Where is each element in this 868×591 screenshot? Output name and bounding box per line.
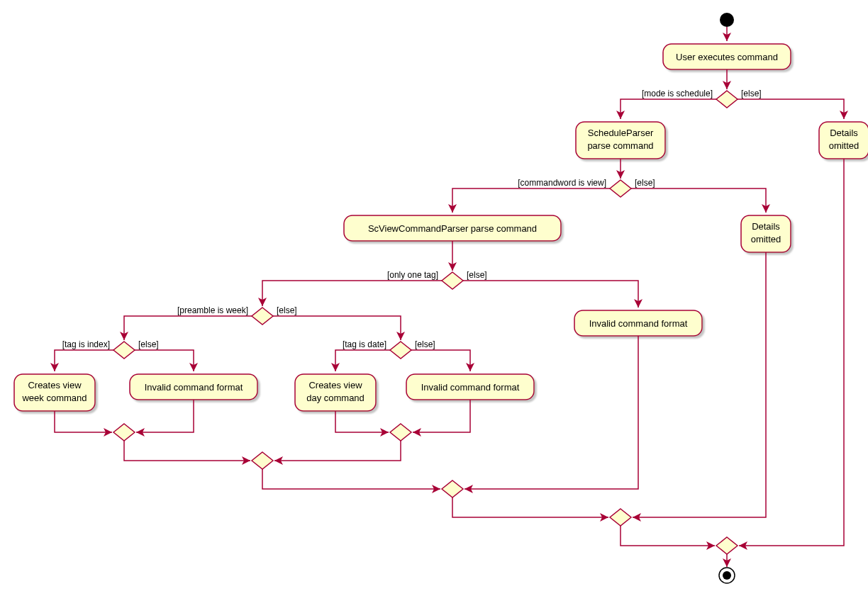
details-omitted-2-label2: omitted [751,234,781,244]
guard-preamble-week: [preamble is week] [177,305,248,315]
guard-tag-index: [tag is index] [62,339,110,349]
creates-day-label1: Creates view [308,380,362,390]
creates-week-label2: week command [21,393,87,403]
merge-mode [716,537,738,554]
guard-preamble-else: [else] [277,305,297,315]
guard-tag-date: [tag is date] [343,339,386,349]
invalid-format-1-label: Invalid command format [145,382,243,393]
activity-diagram: User executes command [mode is schedule]… [0,0,868,591]
merge-tag [442,480,463,497]
decision-index [113,342,135,359]
guard-tag-date-else: [else] [415,339,435,349]
guard-onetag: [only one tag] [387,270,438,280]
details-omitted-2-label1: Details [752,221,780,232]
scview-parser-label: ScViewCommandParser parse command [368,223,537,234]
creates-day-label2: day command [306,393,365,403]
decision-tag [442,272,463,289]
decision-date [390,342,411,359]
invalid-format-2-label: Invalid command format [421,382,520,393]
creates-week-label1: Creates view [28,380,82,390]
details-omitted-1-label2: omitted [829,140,859,151]
details-omitted-1-label1: Details [830,128,858,138]
svg-point-5 [723,571,731,580]
guard-mode-else: [else] [741,89,762,98]
user-executes-command-label: User executes command [676,52,778,62]
schedule-parser-label2: parse command [587,140,653,151]
guard-view-else: [else] [635,178,655,188]
decision-preamble [252,308,273,325]
schedule-parser-label1: ScheduleParser [588,128,654,138]
merge-view [610,509,631,526]
decision-view [610,180,631,197]
guard-view: [commandword is view] [518,178,606,188]
decision-mode [716,91,738,108]
merge-index [113,424,135,441]
guard-tag-index-else: [else] [138,339,159,349]
guard-mode-schedule: [mode is schedule] [642,89,713,98]
start-node [720,13,734,27]
guard-onetag-else: [else] [467,270,487,280]
merge-date [390,424,411,441]
invalid-format-3-label: Invalid command format [589,318,688,329]
merge-preamble [252,452,273,469]
